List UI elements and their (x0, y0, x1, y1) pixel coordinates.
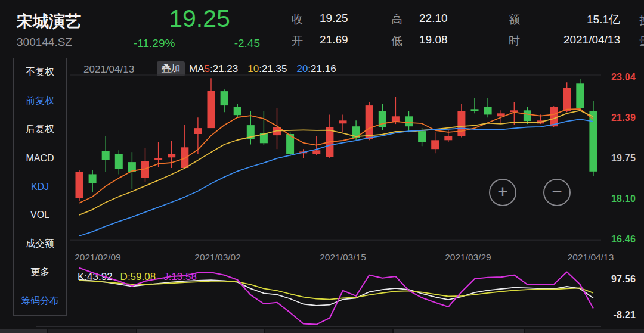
adjustment-indicator-menu: 不复权 前复权 后复权 MACD KDJ VOL 成交额 更多 筹码分布 (13, 58, 67, 316)
sidebar-item-forward-adjust[interactable]: 前复权 (14, 87, 66, 116)
x-axis-label: 2021/03/15 (320, 252, 366, 263)
stat-value: 19.08 (419, 33, 448, 49)
last-price: 19.25 (138, 5, 261, 33)
sidebar-item-macd[interactable]: MACD (14, 144, 66, 173)
kdj-pane-border (36, 326, 601, 327)
zoom-in-button[interactable]: + (489, 179, 516, 206)
stat-label: 低 (391, 33, 419, 49)
chart-date-label: 2021/04/13 (83, 64, 134, 76)
clipped-edge-label: 量 (639, 34, 644, 49)
candlestick-chart[interactable] (70, 74, 601, 245)
stat-value: 22.10 (419, 12, 448, 27)
sidebar-item-chip-distribution[interactable]: 筹码分布 (14, 287, 66, 315)
change-percent: -11.29% (134, 37, 175, 50)
minus-icon: − (552, 183, 562, 201)
stat-close: 收 19.25 (292, 12, 348, 27)
stat-amount: 额 15.1亿 (509, 12, 620, 27)
kdj-indicator-chart[interactable] (70, 264, 601, 326)
header-divider (0, 55, 644, 55)
ma20-legend: 20:21.16 (296, 63, 336, 75)
stat-low: 低 19.08 (391, 33, 448, 49)
clipped-edge-label: 换 (639, 13, 644, 28)
stat-label: 额 (509, 12, 537, 27)
kdj-axis-label: -8.21 (602, 310, 636, 320)
price-change-row: -11.29% -2.45 (134, 37, 260, 50)
change-value: -2.45 (234, 37, 260, 50)
sidebar-item-more[interactable]: 更多 (14, 258, 66, 287)
price-axis-label: 23.04 (602, 72, 636, 83)
sidebar-item-kdj[interactable]: KDJ (14, 173, 66, 201)
x-axis-label: 2021/03/02 (194, 252, 241, 263)
stat-value: 19.25 (320, 12, 348, 27)
x-axis-label: 2021/03/29 (445, 252, 491, 263)
stock-detail-screen: 宋城演艺 300144.SZ 19.25 -11.29% -2.45 收 19.… (0, 0, 644, 333)
x-axis-label: 2021/02/09 (75, 252, 121, 263)
price-axis-label: 19.75 (602, 153, 636, 164)
stat-label: 开 (292, 33, 320, 49)
stat-value: 2021/04/13 (537, 33, 620, 49)
stock-code: 300144.SZ (17, 36, 72, 49)
stat-open: 开 21.69 (292, 33, 348, 49)
bottom-clipped-row (0, 329, 644, 333)
kdj-axis-label: 97.56 (602, 274, 636, 285)
plus-icon: + (497, 183, 508, 201)
stat-label: 收 (292, 12, 320, 27)
ma-legend: MA5:21.23 10:21.35 20:21.16 (189, 63, 336, 75)
price-axis-label: 16.46 (602, 234, 636, 245)
stat-label: 时 (509, 33, 537, 49)
sidebar-item-vol[interactable]: VOL (14, 201, 66, 229)
sidebar-item-backward-adjust[interactable]: 后复权 (14, 116, 66, 144)
sidebar-item-no-adjust[interactable]: 不复权 (14, 58, 66, 87)
sidebar-item-turnover[interactable]: 成交额 (14, 229, 66, 258)
stat-label: 高 (391, 12, 419, 27)
stat-value: 21.69 (320, 33, 348, 49)
zoom-out-button[interactable]: − (543, 179, 571, 206)
stat-high: 高 22.10 (391, 12, 448, 27)
x-axis-label: 2021/04/13 (568, 252, 614, 263)
stat-time: 时 2021/04/13 (509, 33, 620, 49)
ma5-legend: MA5:21.23 (189, 63, 238, 75)
stat-value: 15.1亿 (537, 12, 620, 27)
price-axis-label: 21.39 (602, 113, 636, 123)
ma10-legend: 10:21.35 (247, 63, 287, 75)
stock-name: 宋城演艺 (17, 11, 81, 32)
price-axis-label: 18.10 (602, 194, 636, 204)
